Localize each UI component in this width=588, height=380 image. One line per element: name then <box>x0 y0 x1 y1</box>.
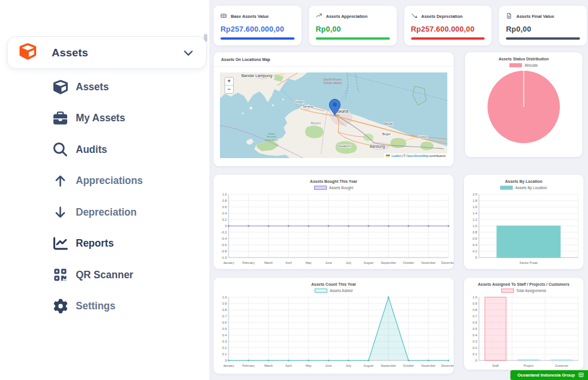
legend-swatch <box>315 289 327 293</box>
svg-text:0.2: 0.2 <box>222 346 227 350</box>
sidebar-item-qr-scanner[interactable]: QR Scanner <box>0 259 209 291</box>
svg-text:January: January <box>223 364 234 367</box>
map-label-bogor: Bogor <box>382 132 391 136</box>
area-chart: 1.00.90.80.70.60.50.40.30.20.10JanuaryFe… <box>214 294 454 370</box>
svg-text:0.9: 0.9 <box>473 302 477 305</box>
legend-label: Assets Bought <box>329 186 353 190</box>
map-label-cirebon: Cirebon <box>417 135 428 139</box>
svg-text:0: 0 <box>225 359 227 362</box>
pie-chart <box>465 69 582 149</box>
gear-icon <box>53 299 68 314</box>
ukraine-flag-icon <box>386 155 390 158</box>
assets-by-location-card: Assets By Location Assets By Location 2.… <box>464 175 583 269</box>
stat-card-assets-appreciation: Assets AppreciationRp0,00 <box>309 6 397 45</box>
svg-text:March: March <box>264 364 273 367</box>
svg-text:0.8: 0.8 <box>222 199 227 202</box>
svg-text:0.4: 0.4 <box>473 243 478 247</box>
chart-legend[interactable]: Assets Bought <box>214 185 454 190</box>
chart-legend[interactable]: Assets Added <box>214 288 454 293</box>
svg-text:December: December <box>442 364 454 367</box>
chart-legend[interactable]: Assets By Location <box>464 185 583 190</box>
svg-text:August: August <box>363 364 373 367</box>
svg-text:September: September <box>381 364 396 367</box>
map-label-sukabumi: Sukabumi <box>338 144 351 148</box>
chart-title: Assets Status Distribution <box>465 52 582 61</box>
stat-card-underline <box>220 37 295 40</box>
svg-text:0.6: 0.6 <box>473 237 477 240</box>
svg-text:0.6: 0.6 <box>222 205 227 209</box>
svg-text:2.0: 2.0 <box>473 193 477 196</box>
svg-text:June: June <box>325 261 332 264</box>
chart-title: Assets By Location <box>464 175 583 183</box>
banknote-icon <box>220 11 227 21</box>
sidebar-assets-toggle[interactable]: Assets <box>7 36 207 69</box>
map-zoom-control: + − <box>225 77 234 94</box>
svg-text:November: November <box>421 261 436 264</box>
svg-text:0.6: 0.6 <box>473 321 477 324</box>
sidebar-item-label: Depreciation <box>76 206 137 218</box>
map-label-depok: Depok <box>384 122 393 125</box>
sidebar-item-depreciation[interactable]: Depreciation <box>0 197 209 228</box>
document-icon <box>506 11 512 21</box>
sidebar-item-reports[interactable]: Reports <box>0 228 209 260</box>
stat-card-label: Assets Depreciation <box>421 14 463 19</box>
legend-label: Allocate <box>524 63 537 67</box>
svg-text:-0.6: -0.6 <box>221 243 227 247</box>
openstreetmap-link[interactable]: OpenStreetMap <box>406 154 428 158</box>
stat-card-base-assets-value: Base Assets ValueRp257.600.000,00 <box>214 6 301 45</box>
map-zoom-out-button[interactable]: − <box>225 85 233 93</box>
chart-legend[interactable]: Allocate <box>465 63 582 67</box>
stat-card-underline <box>316 37 390 40</box>
briefcase-icon <box>53 111 68 126</box>
svg-text:October: October <box>403 364 414 367</box>
sidebar-item-my-assets[interactable]: My Assets <box>0 103 209 135</box>
sidebar-menu: AssetsMy AssetsAuditsAppreciationsDeprec… <box>0 71 209 322</box>
legend-swatch <box>501 289 514 293</box>
map-label-dki-2: Ibukota Jakarta <box>323 82 342 85</box>
svg-text:1.0: 1.0 <box>222 295 227 299</box>
legend-swatch <box>314 186 327 190</box>
stat-card-label: Assets Final Value <box>516 14 554 19</box>
svg-text:0.2: 0.2 <box>473 346 477 350</box>
sidebar-item-label: Reports <box>76 237 114 250</box>
sidebar-item-assets[interactable]: Assets <box>0 71 209 103</box>
attribution-text: | © <box>401 154 405 158</box>
map-zoom-in-button[interactable]: + <box>225 78 233 85</box>
svg-text:May: May <box>305 364 311 367</box>
svg-text:1.8: 1.8 <box>473 199 477 202</box>
assets-assigned-card: Assets Assigned To Staff / Projects / Cu… <box>464 278 583 370</box>
svg-text:1.6: 1.6 <box>473 205 477 209</box>
stat-card-label: Assets Appreciation <box>326 14 368 19</box>
stat-card-assets-depreciation: Assets DepreciationRp257.600.000,00 <box>404 6 492 45</box>
svg-text:0.7: 0.7 <box>473 314 477 318</box>
svg-text:1.2: 1.2 <box>473 218 477 221</box>
svg-text:1.4: 1.4 <box>473 212 478 215</box>
leaflet-link[interactable]: Leaflet <box>392 154 401 158</box>
map-card: Assets On Locations Map <box>214 52 454 166</box>
chart-legend[interactable]: Total Assignments <box>464 288 583 293</box>
trending-down-icon <box>411 11 417 21</box>
sidebar-item-settings[interactable]: Settings <box>0 291 209 323</box>
stat-card-label: Base Assets Value <box>231 14 269 19</box>
sidebar-item-audits[interactable]: Audits <box>0 134 209 166</box>
svg-text:0: 0 <box>475 359 477 362</box>
sidebar-header-label: Assets <box>52 47 88 59</box>
leaflet-map[interactable]: Bandar Lampung Cilegon Serang Jakarta De… <box>220 72 447 158</box>
legend-label: Assets By Location <box>515 186 547 190</box>
svg-text:March: March <box>264 261 273 264</box>
svg-text:0.8: 0.8 <box>473 308 477 312</box>
legend-swatch <box>500 186 513 190</box>
chart-title: Assets Bought This Year <box>214 175 454 183</box>
chart-title: Assets Count This Year <box>214 278 454 286</box>
svg-text:-0.8: -0.8 <box>221 250 227 253</box>
stat-card-assets-final-value: Assets Final ValueRp0,00 <box>499 6 587 45</box>
assets-bought-card: Assets Bought This Year Assets Bought 1.… <box>214 175 454 269</box>
assets-status-card: Assets Status Distribution Allocate <box>465 52 582 157</box>
svg-text:0.7: 0.7 <box>222 314 227 318</box>
legend-label: Total Assignments <box>516 289 546 293</box>
sidebar-item-appreciations[interactable]: Appreciations <box>0 166 209 197</box>
assets-cube-icon <box>20 43 36 62</box>
brand-badge[interactable]: Oceanland Indonesia Group <box>510 370 588 380</box>
svg-text:January: January <box>223 261 234 264</box>
map-label-cilegon: Cilegon <box>295 100 304 103</box>
